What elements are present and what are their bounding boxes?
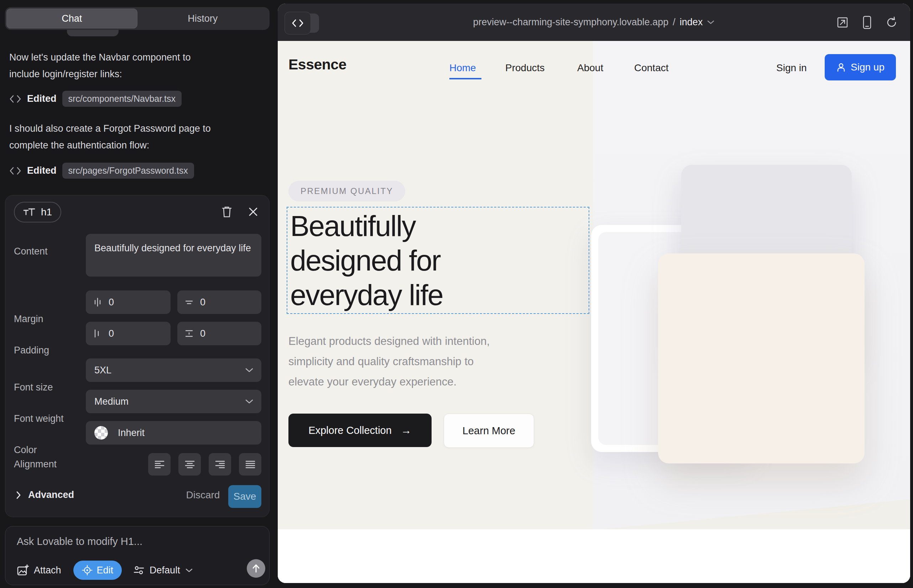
advanced-expander[interactable]: Advanced	[16, 489, 74, 501]
align-left-button[interactable]	[148, 453, 170, 475]
chat-history-tabbar: Chat History	[5, 7, 270, 30]
assistant-message: Now let's update the Navbar component to…	[9, 49, 191, 82]
color-swatch	[94, 426, 108, 439]
site-logo[interactable]: Essence	[288, 56, 346, 73]
nav-link-about[interactable]: About	[577, 62, 603, 74]
sign-up-button[interactable]: Sign up	[825, 54, 896, 81]
send-button[interactable]	[247, 559, 265, 578]
arrow-right-icon: →	[401, 424, 412, 436]
url-bar[interactable]: preview--charming-site-symphony.lovable.…	[278, 3, 910, 41]
refresh-icon[interactable]	[885, 16, 898, 29]
settings-sliders-icon	[133, 565, 144, 575]
color-select[interactable]: Inherit	[86, 421, 261, 444]
typography-icon	[23, 207, 35, 218]
site-page: Essence Home Products About Contact Sign…	[278, 41, 910, 583]
chevron-down-icon	[245, 368, 254, 373]
scrolled-message-badge	[67, 30, 118, 36]
url-host: preview--charming-site-symphony.lovable.…	[473, 17, 669, 28]
target-icon	[82, 565, 92, 575]
font-weight-select[interactable]: Medium	[86, 390, 261, 413]
align-justify-button[interactable]	[239, 453, 261, 475]
edited-label: Edited	[27, 165, 57, 176]
padding-x-input[interactable]: 0	[86, 322, 170, 345]
chevron-right-icon	[16, 491, 21, 499]
margin-vertical-icon	[185, 297, 194, 307]
tab-chat[interactable]: Chat	[6, 8, 138, 29]
tab-history[interactable]: History	[138, 8, 269, 29]
close-editor-button[interactable]	[245, 204, 261, 220]
hero-badge: PREMIUM QUALITY	[288, 181, 405, 202]
mobile-view-icon[interactable]	[863, 16, 872, 29]
color-label: Color	[14, 444, 37, 456]
font-weight-label: Font weight	[14, 413, 64, 424]
code-icon	[9, 166, 21, 176]
file-badge[interactable]: src/pages/ForgotPassword.tsx	[62, 163, 194, 179]
user-icon	[836, 62, 846, 72]
hero-heading[interactable]: Beautifully designed for everyday life	[290, 209, 443, 312]
discard-button[interactable]: Discard	[183, 489, 223, 501]
edit-mode-button[interactable]: Edit	[73, 561, 122, 580]
margin-label: Margin	[14, 313, 44, 325]
prompt-toolbar: Attach Edit Default	[17, 561, 193, 580]
margin-y-input[interactable]: 0	[177, 291, 261, 314]
preview-browser-bar: preview--charming-site-symphony.lovable.…	[278, 3, 910, 41]
active-nav-underline	[449, 78, 481, 79]
font-size-select[interactable]: 5XL	[86, 359, 261, 382]
url-separator: /	[673, 17, 675, 28]
file-badge[interactable]: src/components/Navbar.tsx	[62, 91, 182, 107]
padding-label: Padding	[14, 345, 49, 356]
url-page: index	[680, 17, 703, 28]
learn-more-button[interactable]: Learn More	[444, 414, 534, 448]
content-label: Content	[14, 246, 48, 257]
site-preview-frame: preview--charming-site-symphony.lovable.…	[278, 3, 910, 583]
assistant-message: I should also create a Forgot Password p…	[9, 120, 211, 154]
sign-in-link[interactable]: Sign in	[776, 62, 807, 74]
element-tag-label: h1	[41, 207, 52, 218]
chevron-down-icon	[185, 568, 193, 573]
font-size-label: Font size	[14, 382, 53, 393]
padding-horizontal-icon	[93, 328, 102, 339]
code-icon	[9, 94, 21, 103]
edited-file-row: Edited src/components/Navbar.tsx	[9, 91, 181, 107]
edited-label: Edited	[27, 93, 57, 104]
padding-vertical-icon	[185, 328, 194, 339]
delete-element-button[interactable]	[219, 204, 235, 220]
nav-link-home[interactable]: Home	[449, 62, 476, 74]
prompt-input[interactable]: Ask Lovable to modify H1...	[17, 536, 142, 548]
alignment-label: Alignment	[14, 459, 57, 470]
selected-element-pill: h1	[14, 202, 61, 223]
save-button[interactable]: Save	[228, 485, 261, 508]
attach-image-icon	[17, 564, 29, 576]
margin-x-input[interactable]: 0	[86, 291, 170, 314]
chevron-down-icon	[245, 399, 254, 404]
edited-file-row: Edited src/pages/ForgotPassword.tsx	[9, 163, 194, 179]
hero-paragraph: Elegant products designed with intention…	[288, 331, 490, 392]
next-section-background	[278, 529, 910, 583]
open-external-icon[interactable]	[836, 16, 849, 29]
lovable-chat-panel: Chat History Now let's update the Navbar…	[0, 0, 277, 588]
align-right-button[interactable]	[209, 453, 231, 475]
chevron-down-icon[interactable]	[707, 20, 715, 24]
decor-card-cream	[658, 254, 864, 464]
align-center-button[interactable]	[178, 453, 201, 475]
margin-horizontal-icon	[93, 297, 102, 307]
attach-button[interactable]: Attach	[17, 564, 61, 576]
prompt-card: Ask Lovable to modify H1... Attach Edit …	[5, 526, 270, 585]
padding-y-input[interactable]: 0	[177, 322, 261, 345]
element-style-editor: h1 Content Beautifully designed for ever…	[5, 195, 270, 517]
nav-link-products[interactable]: Products	[505, 62, 545, 74]
nav-link-contact[interactable]: Contact	[634, 62, 669, 74]
content-input[interactable]: Beautifully designed for everyday life	[86, 234, 261, 276]
mode-select[interactable]: Default	[133, 565, 193, 576]
explore-collection-button[interactable]: Explore Collection →	[288, 414, 432, 447]
